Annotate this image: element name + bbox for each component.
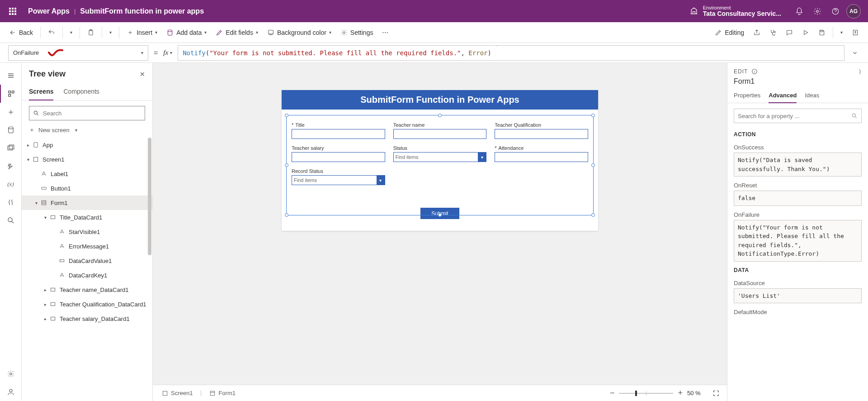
rail-virtual-agent[interactable] [0, 383, 22, 401]
resize-handle[interactable] [285, 114, 288, 117]
onfailure-code[interactable]: Notify("Your form is not submitted. Plea… [734, 220, 862, 262]
rail-search[interactable] [0, 211, 22, 229]
tab-properties[interactable]: Properties [734, 89, 760, 103]
rail-variables[interactable]: (x) [0, 175, 22, 193]
breadcrumb-form[interactable]: Form1 [206, 388, 239, 398]
property-search-input[interactable] [738, 113, 851, 119]
formula-fn: Notify [183, 49, 206, 57]
play-button[interactable] [798, 26, 813, 39]
zoom-slider[interactable] [619, 393, 673, 394]
save-button[interactable] [815, 26, 829, 39]
settings-button[interactable]: Settings [337, 26, 377, 39]
tab-screens[interactable]: Screens [29, 84, 53, 100]
svg-rect-11 [9, 95, 11, 97]
tab-ideas[interactable]: Ideas [805, 89, 819, 103]
new-screen-button[interactable]: ＋ New screen ▾ [22, 124, 152, 138]
rail-tree-view[interactable] [0, 85, 22, 103]
resize-handle[interactable] [438, 114, 442, 117]
back-button[interactable]: Back [5, 26, 37, 39]
save-dropdown[interactable]: ▾ [837, 27, 846, 38]
tree-item-starvisible[interactable]: StarVisible1 [22, 224, 152, 239]
app-header: Power Apps | SubmitForm function in powe… [0, 0, 868, 22]
tree-item-datacardvalue[interactable]: DataCardValue1 [22, 253, 152, 268]
chevron-right-icon[interactable]: ⟩ [859, 68, 862, 75]
info-icon[interactable] [751, 68, 758, 75]
rail-settings[interactable] [0, 365, 22, 383]
datasource-code[interactable]: 'Users List' [734, 288, 862, 304]
svg-point-19 [34, 111, 37, 114]
svg-rect-10 [9, 91, 11, 93]
undo-dropdown[interactable]: ▾ [66, 27, 76, 38]
share-button[interactable] [750, 26, 764, 39]
close-icon[interactable]: ✕ [140, 71, 145, 78]
breadcrumb-screen[interactable]: Screen1 [158, 388, 196, 398]
rail-insert[interactable]: ＋ [0, 103, 22, 121]
edit-fields-button[interactable]: Edit fields ▾ [212, 26, 262, 39]
help-icon[interactable] [826, 2, 844, 20]
avatar[interactable]: AG [844, 2, 863, 20]
rail-hamburger[interactable] [0, 67, 22, 85]
settings-icon[interactable] [808, 2, 826, 20]
onsuccess-code[interactable]: Notify("Data is saved successfully. Than… [734, 153, 862, 177]
tree-item-datacardkey[interactable]: DataCardKey1 [22, 268, 152, 282]
property-selector[interactable]: OnFailure ▾ [8, 45, 148, 61]
paste-button[interactable] [84, 26, 98, 39]
tree-search[interactable] [29, 106, 145, 120]
share-icon [753, 29, 760, 36]
paste-dropdown[interactable]: ▾ [106, 27, 115, 38]
notifications-icon[interactable] [790, 2, 808, 20]
checker-button[interactable] [766, 26, 780, 39]
undo-button[interactable] [44, 26, 59, 39]
zoom-in-button[interactable]: + [678, 388, 683, 398]
publish-button[interactable] [848, 26, 863, 39]
resize-handle[interactable] [591, 114, 595, 117]
resize-handle[interactable] [285, 163, 288, 167]
comments-button[interactable] [782, 26, 797, 39]
expand-formula-bar[interactable] [847, 45, 863, 61]
defaultmode-label: DefaultMode [727, 305, 868, 317]
add-data-button[interactable]: Add data ▾ [163, 26, 210, 39]
tree-scrollbar[interactable] [148, 138, 151, 255]
resize-handle[interactable] [591, 163, 595, 167]
tree-item-button1[interactable]: Button1 [22, 181, 152, 196]
fit-to-screen-button[interactable] [711, 388, 722, 399]
rail-tools[interactable] [0, 193, 22, 211]
insert-button[interactable]: ＋ Insert ▾ [123, 26, 161, 39]
property-search[interactable] [734, 109, 862, 123]
bg-color-button[interactable]: Background color ▾ [264, 26, 335, 39]
tree-item-screen1[interactable]: ▾Screen1 [22, 152, 152, 167]
tree-item-teacher-qual-dc[interactable]: ▸Teacher Qualification_DataCard1 [22, 297, 152, 311]
database-icon [166, 29, 174, 36]
tree-item-label1[interactable]: Label1 [22, 167, 152, 181]
tree-search-input[interactable] [43, 110, 141, 117]
pencil-icon [216, 29, 223, 36]
search-icon [33, 110, 39, 116]
tree-item-app[interactable]: ▸App [22, 138, 152, 152]
rail-flows[interactable] [0, 157, 22, 175]
editing-mode[interactable]: Editing [711, 26, 748, 39]
fx-chevron-icon[interactable]: ▾ [170, 50, 172, 55]
datasource-label: DataSource [727, 276, 868, 288]
formula-input[interactable]: Notify("Your form is not submitted. Plea… [178, 45, 844, 61]
rail-media[interactable] [0, 139, 22, 157]
resize-handle[interactable] [591, 213, 595, 217]
resize-handle[interactable] [438, 213, 442, 217]
expand-icon [712, 390, 720, 397]
resize-handle[interactable] [285, 213, 288, 217]
tree-item-teacher-name-dc[interactable]: ▸Teacher name_DataCard1 [22, 282, 152, 297]
tab-components[interactable]: Components [63, 84, 99, 100]
rail-data[interactable] [0, 121, 22, 139]
tree-item-form1[interactable]: ▾Form1 [22, 196, 152, 210]
environment-picker[interactable]: Environment Tata Consultancy Servic... [689, 5, 781, 17]
canvas-screen[interactable]: SubmitForm Function in Power Apps [282, 90, 598, 231]
tab-advanced[interactable]: Advanced [769, 89, 797, 103]
tree-item-errormessage[interactable]: ErrorMessage1 [22, 239, 152, 253]
waffle-icon[interactable] [5, 4, 20, 19]
zoom-knob[interactable] [635, 391, 637, 396]
zoom-out-button[interactable]: − [610, 388, 615, 398]
more-button[interactable]: ⋯ [378, 26, 392, 39]
tree-item-teacher-sal-dc[interactable]: ▸Teacher salary_DataCard1 [22, 311, 152, 326]
tree-item-title-datacard[interactable]: ▾Title_DataCard1 [22, 210, 152, 224]
edit-mode-label: EDIT [734, 68, 748, 75]
onreset-code[interactable]: false [734, 191, 862, 206]
